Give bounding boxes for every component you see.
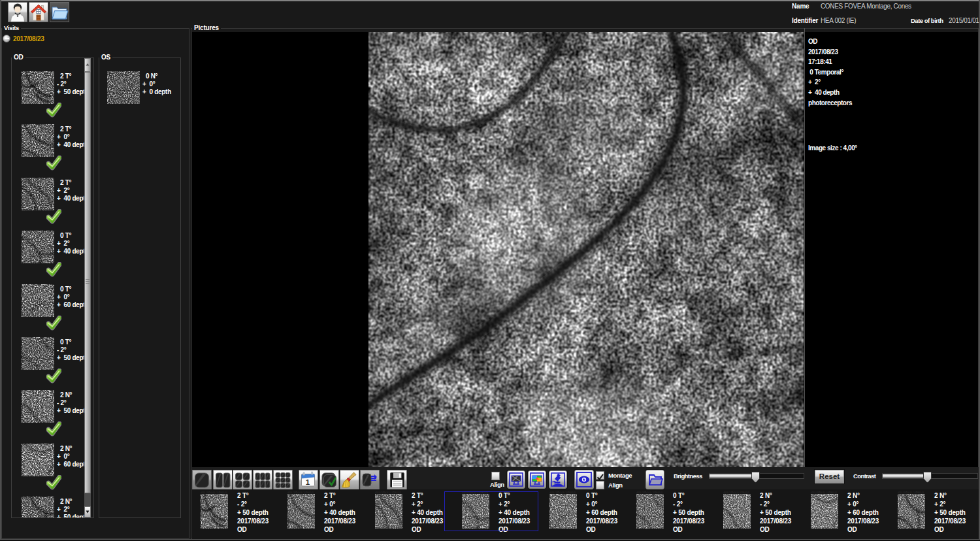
svg-text:1: 1 (306, 478, 310, 486)
